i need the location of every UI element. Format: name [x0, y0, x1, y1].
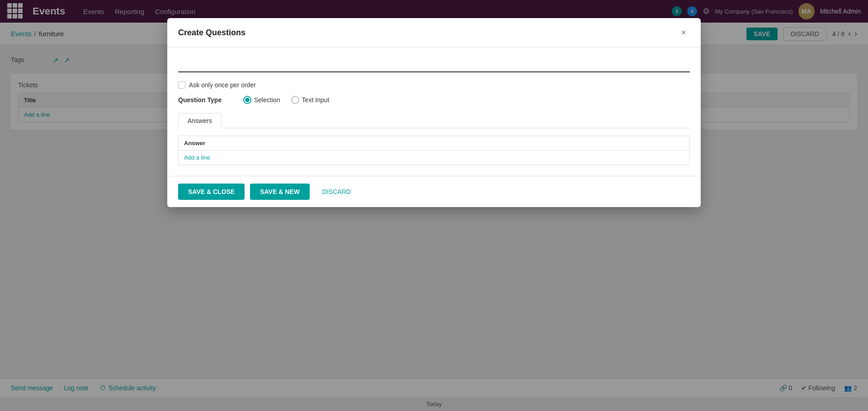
answers-table: Answer Add a line: [178, 136, 690, 165]
answer-col-header: Answer: [179, 136, 689, 151]
radio-text-input-label: Text Input: [302, 96, 330, 104]
question-input-row: [178, 58, 690, 72]
question-type-label: Question Type: [178, 96, 232, 104]
save-close-button[interactable]: SAVE & CLOSE: [178, 184, 245, 200]
modal-overlay: Create Questions × Ask only once per ord…: [0, 0, 868, 411]
question-type-row: Question Type Selection Text Input: [178, 96, 690, 104]
radio-selection-circle: [243, 96, 251, 104]
radio-selection-label: Selection: [254, 96, 280, 104]
radio-text-input-circle: [291, 96, 299, 104]
add-answer-link[interactable]: Add a line: [179, 151, 689, 165]
modal-discard-button[interactable]: DISCARD: [315, 184, 358, 200]
save-new-button[interactable]: SAVE & NEW: [250, 184, 310, 200]
ask-once-checkbox[interactable]: [178, 81, 185, 89]
radio-group: Selection Text Input: [243, 96, 329, 104]
create-questions-modal: Create Questions × Ask only once per ord…: [167, 18, 701, 207]
tab-answers[interactable]: Answers: [178, 113, 222, 128]
modal-body: Ask only once per order Question Type Se…: [167, 47, 701, 176]
tabs-bar: Answers: [178, 113, 690, 128]
modal-title: Create Questions: [178, 28, 245, 38]
modal-close-button[interactable]: ×: [677, 26, 690, 39]
radio-text-input[interactable]: Text Input: [291, 96, 330, 104]
modal-header: Create Questions ×: [167, 18, 701, 47]
ask-once-label: Ask only once per order: [189, 81, 256, 89]
ask-once-row: Ask only once per order: [178, 81, 690, 89]
question-name-input[interactable]: [178, 58, 690, 72]
modal-footer: SAVE & CLOSE SAVE & NEW DISCARD: [167, 176, 701, 207]
radio-selection[interactable]: Selection: [243, 96, 280, 104]
